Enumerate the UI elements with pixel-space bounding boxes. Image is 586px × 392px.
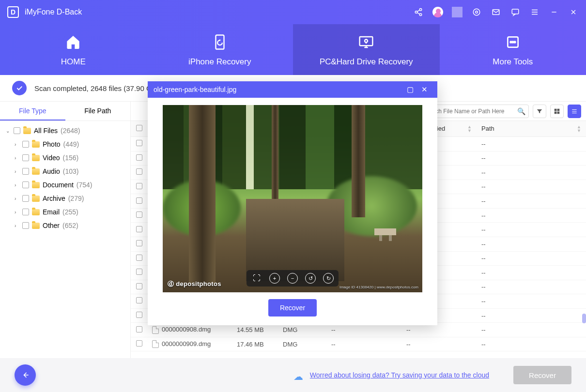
sidetab-filepath[interactable]: File Path: [65, 102, 131, 121]
cell-path: --: [477, 194, 586, 209]
fullscreen-icon[interactable]: ⛶: [251, 273, 262, 284]
col-path[interactable]: Path▲▼: [477, 121, 586, 137]
tree-item[interactable]: ›Audio (103): [0, 165, 130, 178]
table-row[interactable]: 0000000909.dmg17.46 MBDMG------: [131, 337, 586, 351]
tab-more-label: More Tools: [493, 57, 533, 67]
chevron-right-icon[interactable]: ›: [15, 223, 19, 228]
preview-maximize-icon[interactable]: ▢: [403, 85, 417, 94]
minimize-button[interactable]: [549, 7, 559, 17]
recover-button[interactable]: Recover: [513, 366, 571, 384]
checkbox[interactable]: [22, 209, 29, 215]
row-checkbox[interactable]: [136, 297, 142, 303]
tab-pc-label: PC&Hard Drive Recovery: [320, 57, 413, 67]
row-checkbox[interactable]: [136, 140, 142, 146]
row-checkbox[interactable]: [136, 326, 142, 332]
row-checkbox[interactable]: [136, 269, 142, 275]
mail-icon[interactable]: [491, 7, 501, 17]
row-checkbox[interactable]: [136, 154, 142, 161]
preview-modal: old-green-park-beautiful.jpg ▢ ✕ ⓓ depos…: [148, 81, 437, 325]
tree-item[interactable]: ›Archive (279): [0, 192, 130, 205]
row-checkbox[interactable]: [136, 255, 142, 261]
preview-close-icon[interactable]: ✕: [417, 85, 432, 94]
chevron-right-icon[interactable]: ›: [15, 196, 19, 201]
row-checkbox[interactable]: [136, 183, 142, 189]
cell-path: --: [477, 337, 586, 351]
zoom-in-icon[interactable]: +: [269, 273, 280, 284]
chevron-right-icon[interactable]: ›: [15, 210, 19, 215]
svg-point-0: [419, 9, 422, 11]
svg-rect-17: [557, 111, 560, 114]
tree-root-label: All Files: [34, 127, 58, 135]
rotate-right-icon[interactable]: ↻: [323, 273, 334, 284]
folder-icon: [32, 182, 40, 188]
scrollbar-thumb[interactable]: [582, 314, 586, 323]
row-checkbox[interactable]: [136, 197, 142, 204]
svg-point-1: [415, 11, 417, 14]
chevron-right-icon[interactable]: ›: [15, 142, 19, 147]
search-icon[interactable]: 🔍: [517, 107, 525, 115]
row-checkbox[interactable]: [136, 211, 142, 218]
preview-titlebar: old-green-park-beautiful.jpg ▢ ✕: [148, 81, 437, 98]
svg-point-3: [476, 11, 478, 14]
tree-item-count: (449): [63, 140, 79, 148]
feedback-icon[interactable]: [510, 7, 521, 17]
row-checkbox[interactable]: [136, 312, 142, 318]
cell-mod: --: [401, 337, 477, 351]
tree-item[interactable]: ›Video (156): [0, 151, 130, 165]
account-icon[interactable]: [432, 7, 443, 17]
select-all-checkbox[interactable]: [136, 125, 142, 131]
checkbox[interactable]: [22, 168, 29, 175]
cell-path: --: [477, 280, 586, 294]
tree-item[interactable]: ›Other (652): [0, 219, 130, 232]
sidetab-filetype[interactable]: File Type: [0, 102, 65, 121]
folder-icon: [32, 168, 40, 175]
preview-image: ⓓ depositphotos Image ID 41308420 | www.…: [163, 105, 422, 292]
cell-size: 17.46 MB: [232, 337, 278, 351]
row-checkbox[interactable]: [136, 283, 142, 289]
tree-item-count: (652): [62, 222, 78, 229]
preview-recover-button[interactable]: Recover: [268, 299, 317, 317]
chevron-right-icon[interactable]: ›: [15, 182, 19, 188]
gear-icon[interactable]: [471, 7, 482, 17]
tab-iphone[interactable]: iPhone Recovery: [147, 24, 293, 75]
row-checkbox[interactable]: [136, 226, 142, 232]
row-checkbox[interactable]: [136, 168, 142, 175]
menu-icon[interactable]: [529, 7, 540, 17]
list-view-button[interactable]: [568, 105, 581, 118]
checkbox[interactable]: [22, 141, 29, 148]
tree-item-label: Archive: [43, 195, 65, 202]
back-button[interactable]: [15, 364, 36, 386]
grid-view-button[interactable]: [550, 105, 564, 118]
tab-pc[interactable]: PC&Hard Drive Recovery: [293, 24, 440, 75]
tree-item[interactable]: ›Email (255): [0, 205, 130, 219]
search-input[interactable]: [423, 108, 517, 115]
tab-home[interactable]: HOME: [0, 24, 147, 75]
rotate-left-icon[interactable]: ↺: [305, 273, 316, 284]
checkbox[interactable]: [22, 222, 29, 229]
tree-item[interactable]: ›Document (754): [0, 178, 130, 192]
share-icon[interactable]: [413, 7, 424, 17]
chevron-down-icon[interactable]: ⌄: [6, 128, 11, 134]
tree-root[interactable]: ⌄ All Files (2648): [0, 124, 130, 137]
svg-rect-15: [557, 108, 560, 111]
cell-path: --: [477, 251, 586, 266]
checkbox[interactable]: [14, 127, 20, 134]
svg-rect-16: [555, 111, 557, 114]
row-checkbox[interactable]: [136, 240, 142, 246]
close-button[interactable]: [568, 7, 579, 17]
chevron-right-icon[interactable]: ›: [15, 155, 19, 161]
checkbox[interactable]: [22, 195, 29, 202]
titlebar: D iMyFone D-Back: [0, 0, 586, 24]
checkbox[interactable]: [22, 154, 29, 161]
tab-iphone-label: iPhone Recovery: [188, 57, 251, 67]
tree-item[interactable]: ›Photo (449): [0, 137, 130, 151]
checkbox[interactable]: [22, 181, 29, 188]
app-logo: D: [7, 6, 19, 18]
tab-more[interactable]: More Tools: [440, 24, 586, 75]
cloud-link[interactable]: Worred about losing data? Try saving you…: [310, 371, 489, 379]
row-checkbox[interactable]: [136, 340, 142, 347]
cell-name: 0000000909.dmg: [147, 337, 232, 351]
filter-button[interactable]: [533, 105, 546, 118]
zoom-out-icon[interactable]: −: [287, 273, 298, 284]
chevron-right-icon[interactable]: ›: [15, 169, 19, 174]
